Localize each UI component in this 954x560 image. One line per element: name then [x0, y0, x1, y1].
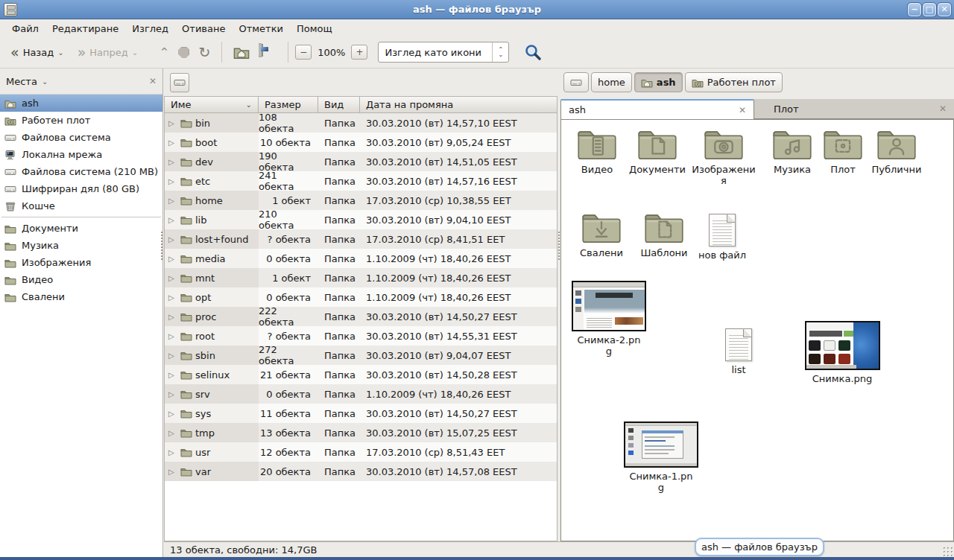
zoom-in-button[interactable]: +	[351, 45, 367, 60]
expander-icon[interactable]: ▷	[168, 119, 177, 127]
stop-button[interactable]	[174, 44, 194, 61]
file-item-list[interactable]: list	[704, 328, 773, 375]
table-row[interactable]: ▷var20 обектаПапка30.03.2010 (вт) 14,57,…	[165, 462, 557, 481]
table-row[interactable]: ▷bin108 обектаПапка30.03.2010 (вт) 14,57…	[165, 113, 557, 133]
expander-icon[interactable]: ▷	[168, 139, 177, 147]
expander-icon[interactable]: ▷	[168, 371, 177, 379]
search-button[interactable]	[519, 40, 546, 64]
sidebar-item-Шифриран дял (80 GB)[interactable]: Шифриран дял (80 GB)	[0, 180, 162, 197]
minimize-button[interactable]: −	[908, 3, 921, 16]
column-header-type[interactable]: Вид	[318, 97, 360, 113]
sidebar-close-icon[interactable]: ✕	[149, 76, 157, 86]
expander-icon[interactable]: ▷	[168, 390, 177, 398]
expander-icon[interactable]: ▷	[168, 216, 177, 224]
table-row[interactable]: ▷media0 обектаПапка1.10.2009 (чт) 18,40,…	[165, 249, 557, 268]
sidebar-item-Музика[interactable]: Музика	[0, 237, 162, 254]
file-item-downloads[interactable]: Свалени	[567, 211, 636, 258]
maximize-button[interactable]: □	[923, 3, 936, 16]
table-row[interactable]: ▷opt0 обектаПапка1.10.2009 (чт) 18,40,26…	[165, 287, 557, 307]
breadcrumb-desktop[interactable]: Работен плот	[685, 72, 783, 92]
back-button[interactable]: « Назад ⌄	[6, 43, 69, 62]
table-row[interactable]: ▷boot10 обектаПапка30.03.2010 (вт) 9,05,…	[165, 133, 557, 152]
file-item-pictures[interactable]: Изображения	[689, 127, 758, 186]
sidebar-item-Документи[interactable]: Документи	[0, 220, 162, 237]
table-row[interactable]: ▷mnt1 обектПапка1.10.2009 (чт) 18,40,26 …	[165, 268, 557, 287]
sidebar-item-Свалени[interactable]: Свалени	[0, 288, 162, 305]
resize-grip[interactable]	[942, 546, 953, 556]
sidebar-item-Локална мрежа[interactable]: Локална мрежа	[0, 146, 162, 163]
file-item-snimka1[interactable]: Снимка-1.png	[627, 421, 695, 493]
back-dropdown-icon[interactable]: ⌄	[57, 48, 63, 57]
view-mode-spinner[interactable]: ⌃⌄	[492, 42, 508, 62]
close-button[interactable]: ✕	[938, 3, 951, 16]
forward-button[interactable]: » Напред ⌄	[73, 43, 143, 62]
sidebar-item-Файлова система[interactable]: Файлова система	[0, 129, 162, 146]
breadcrumb-ash[interactable]: ash	[634, 72, 683, 92]
reload-button[interactable]: ↻	[194, 43, 215, 62]
tab-close-icon[interactable]: ✕	[739, 105, 746, 115]
file-item-newfile[interactable]: нов файл	[688, 214, 756, 261]
title-bar[interactable]: ash — файлов браузър − □ ✕	[0, 0, 954, 19]
view-mode-select[interactable]: Изглед като икони ⌃⌄	[378, 42, 509, 63]
column-header-size[interactable]: Размер	[259, 97, 318, 113]
menu-item-4[interactable]: Отметки	[233, 22, 288, 36]
table-row[interactable]: ▷lib210 обектаПапка30.03.2010 (вт) 9,04,…	[165, 210, 557, 229]
sidebar-item-ash[interactable]: ash	[0, 95, 162, 112]
expander-icon[interactable]: ▷	[168, 448, 177, 456]
table-row[interactable]: ▷sys11 обектаПапка30.03.2010 (вт) 14,50,…	[165, 404, 557, 423]
expander-icon[interactable]: ▷	[168, 313, 177, 321]
expander-icon[interactable]: ▷	[168, 255, 177, 263]
breadcrumb-root[interactable]	[563, 72, 589, 92]
zoom-out-button[interactable]: −	[295, 45, 312, 60]
table-row[interactable]: ▷proc222 обектаПапка30.03.2010 (вт) 14,5…	[165, 307, 557, 326]
table-row[interactable]: ▷sbin272 обектаПапка30.03.2010 (вт) 9,04…	[165, 346, 557, 365]
expander-icon[interactable]: ▷	[168, 332, 177, 340]
expander-icon[interactable]: ▷	[168, 410, 177, 418]
home-button[interactable]	[229, 41, 254, 63]
table-row[interactable]: ▷dev190 обектаПапка30.03.2010 (вт) 14,51…	[165, 152, 557, 171]
table-row[interactable]: ▷selinux21 обектаПапка30.03.2010 (вт) 14…	[165, 365, 557, 384]
expander-icon[interactable]: ▷	[168, 177, 177, 185]
tab-ash[interactable]: ash✕	[560, 99, 754, 119]
breadcrumb-home[interactable]: home	[591, 72, 632, 92]
sidebar-pane-select[interactable]: Места ⌄	[6, 76, 149, 87]
pane-resize-handle[interactable]	[160, 231, 163, 261]
menu-item-1[interactable]: Редактиране	[46, 22, 124, 36]
menu-item-2[interactable]: Изглед	[126, 22, 174, 36]
expander-icon[interactable]: ▷	[168, 468, 177, 476]
menu-item-0[interactable]: Файл	[6, 22, 45, 36]
tree-root-button[interactable]	[170, 73, 189, 92]
sidebar-item-Кошче[interactable]: Кошче	[0, 197, 162, 214]
expander-icon[interactable]: ▷	[168, 235, 177, 244]
expander-icon[interactable]: ▷	[168, 158, 177, 166]
table-row[interactable]: ▷srv0 обектаПапка1.10.2009 (чт) 18,40,26…	[165, 384, 557, 404]
expander-icon[interactable]: ▷	[168, 274, 177, 282]
file-item-public[interactable]: Публични	[862, 127, 931, 175]
file-item-documents[interactable]: Документи	[623, 127, 692, 175]
column-header-date[interactable]: Дата на промяна	[360, 97, 557, 113]
table-row[interactable]: ▷lost+found? обектаПапка17.03.2010 (ср) …	[165, 229, 557, 249]
icon-view[interactable]: ВидеоДокументиИзображенияМузикаПлотПубли…	[560, 119, 954, 541]
file-item-snimka2[interactable]: Снимка-2.png	[575, 281, 643, 357]
tab-Плот[interactable]: Плот✕	[754, 99, 954, 119]
up-button[interactable]: ⌃	[154, 43, 174, 62]
sidebar-item-Изображения[interactable]: Изображения	[0, 254, 162, 271]
table-row[interactable]: ▷etc241 обектаПапка30.03.2010 (вт) 14,57…	[165, 171, 557, 191]
sidebar-item-Файлова система (210 MB)[interactable]: Файлова система (210 MB)	[0, 163, 162, 180]
sidebar-item-Работен плот[interactable]: Работен плот	[0, 112, 162, 129]
expander-icon[interactable]: ▷	[168, 293, 177, 302]
taskbar-tooltip[interactable]: ash — файлов браузър	[695, 538, 824, 556]
sidebar-item-Видео[interactable]: Видео	[0, 271, 162, 288]
file-item-video[interactable]: Видео	[563, 127, 631, 175]
menu-item-3[interactable]: Отиване	[176, 22, 231, 36]
tab-close-icon[interactable]: ✕	[939, 104, 947, 114]
table-row[interactable]: ▷root? обектаПапка30.03.2010 (вт) 14,55,…	[165, 326, 557, 346]
computer-button[interactable]	[254, 42, 281, 63]
table-row[interactable]: ▷tmp13 обектаПапка30.03.2010 (вт) 15,07,…	[165, 423, 557, 442]
column-header-name[interactable]: Име ⌄	[165, 97, 259, 113]
table-row[interactable]: ▷usr12 обектаПапка17.03.2010 (ср) 8,51,4…	[165, 442, 557, 462]
table-row[interactable]: ▷home1 обектПапка17.03.2010 (ср) 10,38,5…	[165, 191, 557, 210]
menu-item-5[interactable]: Помощ	[291, 22, 338, 36]
file-item-snimka[interactable]: Снимка.png	[808, 321, 876, 384]
expander-icon[interactable]: ▷	[168, 351, 177, 360]
